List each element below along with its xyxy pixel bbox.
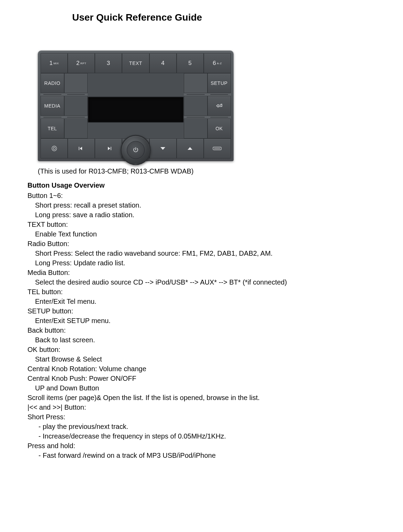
setup-button-label: SETUP bbox=[211, 80, 227, 86]
page-title: User Quick Reference Guide bbox=[72, 12, 376, 23]
text-button[interactable]: TEXT bbox=[122, 53, 149, 73]
line: Central Knob Push: Power ON/OFF bbox=[27, 374, 376, 383]
back-icon bbox=[215, 103, 223, 109]
line: Press and hold: bbox=[27, 441, 376, 451]
line: Start Browse & Select bbox=[27, 354, 376, 364]
divider bbox=[208, 93, 231, 96]
divider bbox=[41, 93, 64, 96]
triangle-down-icon bbox=[160, 146, 166, 151]
display-screen bbox=[88, 97, 184, 123]
media-button-label: MEDIA bbox=[44, 103, 60, 109]
line: - Increase/decrease the frequency in ste… bbox=[27, 431, 376, 441]
line: - play the previous/next track. bbox=[27, 422, 376, 431]
divider bbox=[41, 116, 64, 119]
text-button-label: TEXT bbox=[129, 60, 142, 66]
prev-track-button[interactable] bbox=[68, 138, 95, 158]
ok-button-label: OK bbox=[215, 126, 223, 131]
radio-button-label: RADIO bbox=[44, 80, 60, 86]
preset-3-num: 3 bbox=[107, 60, 110, 67]
line: UP and Down Button bbox=[27, 383, 376, 393]
screen-area bbox=[88, 73, 184, 138]
preset-6-button[interactable]: 6A-Z bbox=[204, 53, 231, 73]
line: Enable Text function bbox=[27, 229, 376, 239]
section-title: Button Usage Overview bbox=[27, 181, 376, 189]
preset-6-num: 6 bbox=[213, 60, 216, 67]
divider bbox=[208, 116, 231, 119]
preset-5-num: 5 bbox=[188, 60, 192, 67]
line: Short press: recall a preset station. bbox=[27, 200, 376, 210]
next-track-button[interactable] bbox=[95, 138, 122, 158]
media-button[interactable]: MEDIA bbox=[41, 96, 64, 116]
line: Select the desired audio source CD --> i… bbox=[27, 277, 376, 287]
line: Enter/Exit SETUP menu. bbox=[27, 316, 376, 325]
line: OK button: bbox=[27, 345, 376, 354]
blank-cell bbox=[64, 73, 88, 93]
blank-cell bbox=[184, 96, 208, 116]
line: TEXT button: bbox=[27, 220, 376, 229]
line: Radio Button: bbox=[27, 239, 376, 248]
blank-cell bbox=[184, 119, 208, 138]
line: |<< and >>| Button: bbox=[27, 402, 376, 412]
preset-2-num: 2 bbox=[76, 60, 80, 67]
preset-5-button[interactable]: 5 bbox=[177, 53, 204, 73]
divider bbox=[64, 93, 88, 96]
down-button[interactable] bbox=[149, 138, 177, 158]
central-knob[interactable] bbox=[122, 138, 149, 158]
divider bbox=[184, 116, 208, 119]
target-icon bbox=[51, 145, 58, 152]
cd-slot-icon bbox=[212, 146, 222, 151]
line: - Fast forward /rewind on a track of MP3… bbox=[27, 451, 376, 460]
preset-3-button[interactable]: 3 bbox=[95, 53, 122, 73]
line: Back button: bbox=[27, 325, 376, 335]
line: Enter/Exit Tel menu. bbox=[27, 297, 376, 306]
radio-button[interactable]: RADIO bbox=[41, 73, 64, 93]
body-text: Button 1~6: Short press: recall a preset… bbox=[27, 191, 376, 460]
preset-1-button[interactable]: 1MIX bbox=[41, 53, 68, 73]
line: SETUP button: bbox=[27, 306, 376, 316]
divider bbox=[64, 116, 88, 119]
blank-cell bbox=[64, 119, 88, 138]
tel-button[interactable]: TEL bbox=[41, 119, 64, 138]
preset-6-sub: A-Z bbox=[217, 62, 222, 65]
blank-cell bbox=[184, 73, 208, 93]
up-button[interactable] bbox=[177, 138, 204, 158]
svg-point-1 bbox=[53, 147, 55, 149]
line: Media Button: bbox=[27, 268, 376, 277]
models-caption: (This is used for R013-CMFB; R013-CMFB W… bbox=[38, 167, 376, 175]
setup-button[interactable]: SETUP bbox=[208, 73, 231, 93]
preset-2-button[interactable]: 2RPT bbox=[68, 53, 95, 73]
skip-forward-icon bbox=[105, 146, 112, 151]
eject-button[interactable] bbox=[204, 138, 231, 158]
target-button[interactable] bbox=[41, 138, 68, 158]
line: Long press: save a radio station. bbox=[27, 210, 376, 220]
line: TEL button: bbox=[27, 287, 376, 297]
line: Scroll items (per page)& Open the list. … bbox=[27, 393, 376, 402]
line: Long Press: Update radio list. bbox=[27, 258, 376, 268]
preset-1-num: 1 bbox=[49, 60, 53, 67]
tel-button-label: TEL bbox=[48, 126, 57, 131]
line: Short Press: Select the radio waveband s… bbox=[27, 248, 376, 258]
svg-point-0 bbox=[52, 146, 57, 151]
preset-4-num: 4 bbox=[161, 60, 165, 67]
preset-row: 1MIX 2RPT 3 TEXT 4 5 6A-Z bbox=[41, 53, 231, 73]
preset-2-sub: RPT bbox=[80, 62, 87, 65]
line: Short Press: bbox=[27, 412, 376, 422]
ok-button[interactable]: OK bbox=[208, 119, 231, 138]
preset-1-sub: MIX bbox=[54, 62, 59, 65]
divider bbox=[184, 93, 208, 96]
line: Button 1~6: bbox=[27, 191, 376, 200]
line: Back to last screen. bbox=[27, 335, 376, 345]
back-button[interactable] bbox=[208, 96, 231, 116]
triangle-up-icon bbox=[187, 146, 193, 151]
power-icon bbox=[132, 146, 139, 153]
radio-faceplate: 1MIX 2RPT 3 TEXT 4 5 6A-Z RADIO MEDIA TE… bbox=[38, 51, 234, 161]
blank-cell bbox=[64, 96, 88, 116]
preset-4-button[interactable]: 4 bbox=[149, 53, 177, 73]
line: Central Knob Rotation: Volume change bbox=[27, 364, 376, 374]
skip-back-icon bbox=[78, 146, 85, 151]
